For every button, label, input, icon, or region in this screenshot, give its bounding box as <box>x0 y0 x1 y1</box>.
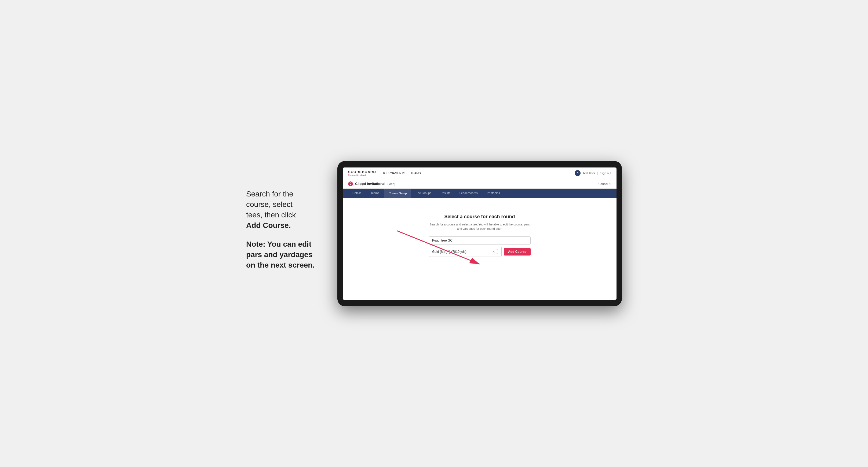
select-course-section: Select a course for each round Search fo… <box>429 214 531 257</box>
main-content: Select a course for each round Search fo… <box>343 198 617 300</box>
tee-selector-row: Gold (M) (M) (7010 yds) ✕ ⌃⌄ Add Course <box>429 247 531 257</box>
tab-details[interactable]: Details <box>348 189 366 198</box>
tablet-screen: SCOREBOARD Powered by clippd TOURNAMENTS… <box>343 167 617 300</box>
sign-out-link[interactable]: Sign out <box>600 172 611 175</box>
tee-select-controls: ✕ ⌃⌄ <box>492 249 498 255</box>
left-annotation: Search for thecourse, selecttees, then c… <box>246 189 321 278</box>
nav-links: TOURNAMENTS TEAMS <box>382 172 421 175</box>
tee-select-value: Gold (M) (M) (7010 yds) <box>432 250 466 254</box>
tournament-badge: (Men) <box>388 182 395 185</box>
logo-subtitle: Powered by clippd <box>348 174 376 176</box>
select-course-description: Search for a course and select a tee. Yo… <box>429 222 531 231</box>
nav-teams[interactable]: TEAMS <box>411 172 421 175</box>
user-name: Test User <box>583 172 595 175</box>
navbar-right: R Test User | Sign out <box>575 170 611 176</box>
tab-leaderboards[interactable]: Leaderboards <box>455 189 482 198</box>
course-search-input[interactable] <box>429 237 531 245</box>
tab-teams[interactable]: Teams <box>366 189 383 198</box>
tournament-header: C Clippd Invitational (Men) Cancel ✕ <box>343 179 617 189</box>
tournament-logo: C <box>348 181 353 186</box>
annotation-bold-add-course: Add Course. <box>246 221 291 229</box>
annotation-note: Note: You can edit pars and yardages on … <box>246 240 315 269</box>
cancel-button[interactable]: Cancel ✕ <box>598 182 611 185</box>
tournament-title-area: C Clippd Invitational (Men) <box>348 181 395 186</box>
cancel-label: Cancel <box>598 182 608 185</box>
nav-tournaments[interactable]: TOURNAMENTS <box>382 172 405 175</box>
tab-tee-groups[interactable]: Tee Groups <box>412 189 436 198</box>
tablet-device: SCOREBOARD Powered by clippd TOURNAMENTS… <box>337 161 622 306</box>
tab-results[interactable]: Results <box>436 189 455 198</box>
tee-dropdown-arrow-icon: ⌃⌄ <box>496 249 498 255</box>
navbar: SCOREBOARD Powered by clippd TOURNAMENTS… <box>343 167 617 179</box>
separator: | <box>597 172 598 175</box>
select-course-title: Select a course for each round <box>429 214 531 220</box>
tournament-name: Clippd Invitational <box>355 182 385 186</box>
tee-select-wrapper[interactable]: Gold (M) (M) (7010 yds) ✕ ⌃⌄ <box>429 247 502 257</box>
navbar-left: SCOREBOARD Powered by clippd TOURNAMENTS… <box>348 170 421 176</box>
logo-title: SCOREBOARD <box>348 170 376 174</box>
logo-area: SCOREBOARD Powered by clippd <box>348 170 376 176</box>
cancel-icon: ✕ <box>609 182 611 185</box>
user-avatar: R <box>575 170 581 176</box>
tab-course-setup[interactable]: Course Setup <box>384 189 411 198</box>
tab-printables[interactable]: Printables <box>483 189 504 198</box>
tee-clear-button[interactable]: ✕ <box>492 250 495 254</box>
add-course-button[interactable]: Add Course <box>504 248 531 255</box>
tab-nav: Details Teams Course Setup Tee Groups Re… <box>343 189 617 198</box>
